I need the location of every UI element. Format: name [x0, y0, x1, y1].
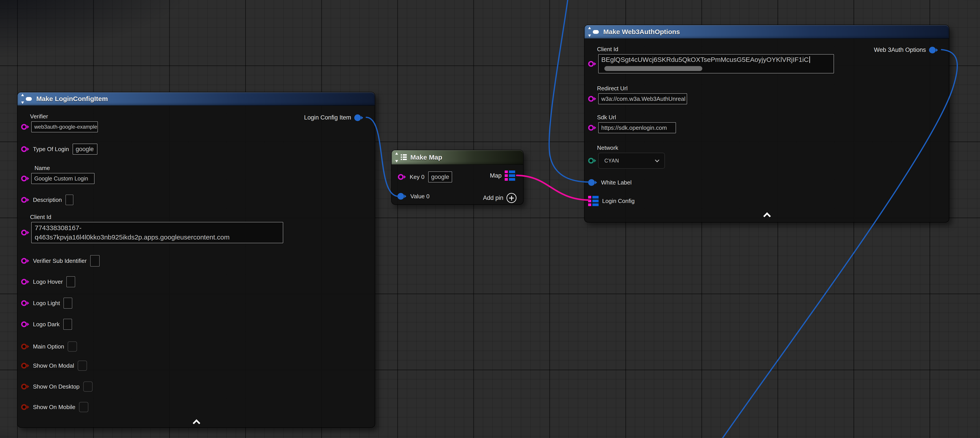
type-of-login-pin[interactable]	[21, 146, 29, 152]
show-on-desktop-checkbox[interactable]	[83, 381, 92, 392]
wire-map-to-loginconfig[interactable]	[517, 175, 589, 200]
row-verifier: Verifier web3auth-google-example	[21, 113, 98, 132]
verifier-label: Verifier	[30, 113, 98, 120]
network-pin[interactable]	[588, 158, 597, 164]
node-make-map-header[interactable]: Make Map	[391, 150, 523, 165]
text-caret	[809, 56, 810, 63]
show-on-mobile-pin[interactable]	[21, 404, 29, 410]
row-verifier-sub-identifier: Verifier Sub Identifier	[21, 255, 100, 266]
map-output-pin[interactable]	[505, 170, 515, 181]
description-pin[interactable]	[21, 197, 29, 203]
blueprint-graph-canvas[interactable]: Make LoginConfigItem Login Config Item V…	[0, 0, 980, 438]
client-id-pin[interactable]	[21, 230, 29, 236]
show-on-modal-label: Show On Modal	[33, 362, 74, 369]
show-on-modal-pin[interactable]	[21, 363, 29, 369]
node-make-map[interactable]: Make Map Key 0 google Map Value 0 Add pi…	[391, 150, 523, 205]
output-row-web3auth-options: Web 3Auth Options	[874, 46, 939, 53]
row-logo-dark: Logo Dark	[21, 319, 72, 330]
key0-input[interactable]: google	[428, 171, 452, 183]
logo-dark-pin[interactable]	[21, 322, 29, 327]
name-pin[interactable]	[21, 175, 29, 182]
row-value0: Value 0	[398, 191, 430, 202]
web3auth-options-output-pin[interactable]	[929, 47, 939, 53]
row-description: Description	[21, 194, 73, 205]
row-network: Network CYAN	[588, 144, 665, 169]
logo-hover-input[interactable]	[66, 276, 75, 287]
add-pin-plus-icon[interactable]	[506, 193, 517, 203]
main-option-checkbox[interactable]	[68, 341, 77, 352]
redirect-url-input[interactable]: w3a://com.w3a.Web3AuthUnreal	[598, 93, 687, 104]
redirect-url-pin[interactable]	[588, 96, 597, 102]
row-name: Name Google Custom Login	[25, 164, 95, 184]
name-input[interactable]: Google Custom Login	[31, 173, 95, 184]
verifier-sub-identifier-label: Verifier Sub Identifier	[33, 257, 87, 264]
network-dropdown[interactable]: CYAN	[598, 153, 665, 169]
description-label: Description	[33, 196, 62, 204]
node-make-loginconfigitem-header[interactable]: Make LoginConfigItem	[18, 92, 375, 106]
row-logo-hover: Logo Hover	[21, 276, 75, 287]
verifier-sub-identifier-input[interactable]	[90, 255, 100, 267]
client-id-label: Client Id	[30, 213, 283, 221]
node-title: Make Map	[410, 154, 442, 161]
verifier-pin[interactable]	[21, 124, 29, 130]
row-client-id: Client Id 774338308167-q463s7kpvja16l4l0…	[21, 213, 283, 243]
client-id-hscrollbar[interactable]	[605, 66, 702, 71]
make-struct-icon	[589, 28, 600, 36]
client-id-input[interactable]: 774338308167-q463s7kpvja16l4l0kko3nb925i…	[31, 222, 283, 243]
chevron-down-icon	[655, 158, 659, 162]
login-config-pin[interactable]	[588, 196, 598, 206]
row-map-output: Map	[490, 170, 515, 181]
verifier-input[interactable]: web3auth-google-example	[31, 121, 98, 132]
client-id-pin[interactable]	[588, 61, 597, 67]
login-config-item-output-label: Login Config Item	[304, 114, 351, 121]
name-label: Name	[35, 164, 95, 172]
show-on-desktop-label: Show On Desktop	[33, 383, 80, 390]
logo-dark-label: Logo Dark	[33, 321, 60, 328]
node-title: Make Web3AuthOptions	[603, 28, 680, 36]
show-on-desktop-pin[interactable]	[21, 384, 29, 390]
row-logo-light: Logo Light	[21, 298, 72, 309]
sdk-url-pin[interactable]	[588, 125, 597, 131]
node-make-web3authoptions-header[interactable]: Make Web3AuthOptions	[585, 25, 949, 39]
node-title: Make LoginConfigItem	[36, 95, 108, 103]
collapse-node-button[interactable]	[192, 419, 200, 424]
row-key0: Key 0 google	[398, 172, 452, 182]
client-id-line2: q463s7kpvja16l4l0kko3nb925ikds2p.apps.go…	[35, 234, 230, 241]
row-login-config: Login Config	[588, 196, 635, 206]
add-pin-button[interactable]: Add pin	[483, 193, 517, 203]
row-redirect-url: Redirect Url w3a://com.w3a.Web3AuthUnrea…	[588, 85, 687, 104]
row-show-on-mobile: Show On Mobile	[21, 402, 88, 413]
collapse-node-button[interactable]	[763, 213, 771, 217]
node-make-loginconfigitem[interactable]: Make LoginConfigItem Login Config Item V…	[17, 92, 375, 428]
make-struct-icon	[22, 95, 33, 103]
row-client-id: Client Id BEglQSgt4cUWcj6SKRdu5QkOXTsePm…	[588, 46, 834, 73]
key0-pin[interactable]	[398, 174, 406, 180]
type-of-login-input[interactable]: google	[73, 143, 97, 154]
description-input[interactable]	[65, 194, 73, 205]
network-label: Network	[597, 144, 665, 151]
node-make-web3authoptions[interactable]: Make Web3AuthOptions Web 3Auth Options C…	[584, 25, 949, 223]
logo-dark-input[interactable]	[63, 319, 72, 330]
show-on-mobile-checkbox[interactable]	[79, 402, 88, 412]
show-on-modal-checkbox[interactable]	[78, 360, 87, 371]
value0-pin[interactable]	[398, 193, 407, 200]
login-config-item-output-pin[interactable]	[354, 115, 364, 121]
make-map-icon	[396, 153, 407, 161]
map-output-label: Map	[490, 172, 501, 179]
sdk-url-input[interactable]: https://sdk.openlogin.com	[598, 122, 676, 133]
verifier-sub-identifier-pin[interactable]	[21, 258, 29, 264]
white-label-pin[interactable]	[588, 179, 598, 186]
type-of-login-label: Type Of Login	[33, 145, 69, 153]
key0-label: Key 0	[410, 174, 425, 180]
wire-top-to-whitelabel[interactable]	[549, 0, 589, 182]
main-option-pin[interactable]	[21, 344, 29, 349]
client-id-text: BEglQSgt4cUWcj6SKRdu5QkOXTsePmMcusG5EAoy…	[601, 56, 809, 63]
row-show-on-modal: Show On Modal	[21, 360, 87, 371]
logo-hover-pin[interactable]	[21, 279, 29, 285]
row-main-option: Main Option	[21, 341, 77, 352]
logo-light-pin[interactable]	[21, 300, 29, 306]
row-show-on-desktop: Show On Desktop	[21, 381, 92, 392]
client-id-input[interactable]: BEglQSgt4cUWcj6SKRdu5QkOXTsePmMcusG5EAoy…	[598, 54, 834, 73]
logo-light-input[interactable]	[64, 298, 72, 309]
row-sdk-url: Sdk Url https://sdk.openlogin.com	[588, 114, 676, 133]
